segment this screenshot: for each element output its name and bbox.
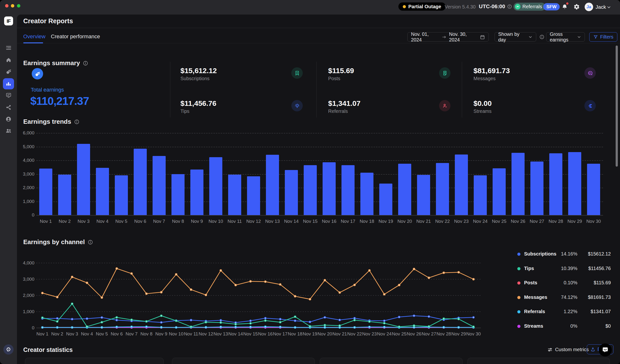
legend-row-subscriptions[interactable]: Subscriptions14.16%$15612.12 bbox=[516, 251, 611, 258]
bar-Nov 2[interactable] bbox=[58, 175, 71, 215]
bar-Nov 29[interactable] bbox=[568, 152, 581, 215]
people-icon bbox=[5, 128, 12, 134]
timezone-display[interactable]: UTC-06:00 bbox=[479, 3, 512, 10]
bar-Nov 9[interactable] bbox=[190, 169, 203, 215]
bar-Nov 20[interactable] bbox=[398, 164, 411, 215]
info-icon[interactable] bbox=[83, 61, 88, 66]
legend-row-referrals[interactable]: Referrals1.22%$1341.07 bbox=[516, 308, 611, 315]
bar-Nov 16[interactable] bbox=[323, 162, 336, 215]
sidebar-item-menu[interactable] bbox=[0, 43, 17, 53]
sfw-label: SFW bbox=[546, 4, 557, 9]
legend-row-posts[interactable]: Posts0.10%$115.69 bbox=[516, 279, 611, 286]
tab-creator-performance[interactable]: Creator performance bbox=[51, 33, 100, 40]
bar-Nov 1[interactable] bbox=[39, 168, 52, 215]
sidebar-item-fans[interactable] bbox=[0, 126, 17, 136]
settings-gear-icon[interactable] bbox=[574, 4, 580, 10]
bar-Nov 11[interactable] bbox=[228, 175, 241, 215]
creator-stat-card bbox=[467, 358, 610, 364]
bar-Nov 24[interactable] bbox=[474, 175, 487, 215]
sliders-icon bbox=[547, 347, 553, 352]
info-icon[interactable] bbox=[539, 34, 544, 40]
sidebar-item-comet[interactable] bbox=[0, 67, 17, 76]
notifications-bell-icon[interactable] bbox=[561, 4, 568, 10]
bar-Nov 15[interactable] bbox=[304, 165, 317, 215]
sidebar-item-account[interactable] bbox=[0, 114, 17, 124]
bar-Nov 19[interactable] bbox=[379, 183, 392, 215]
x-tick-label: Nov 14 bbox=[282, 219, 301, 224]
bar-Nov 17[interactable] bbox=[341, 165, 355, 215]
sidebar-item-reports-active[interactable] bbox=[3, 78, 14, 89]
group-by-select[interactable]: Shown by day bbox=[495, 32, 536, 42]
legend-dot-icon bbox=[517, 296, 520, 299]
bar-Nov 30[interactable] bbox=[587, 164, 600, 215]
sidebar: IF bbox=[0, 15, 17, 364]
share-network-icon bbox=[6, 104, 12, 110]
bar-Nov 28[interactable] bbox=[549, 153, 562, 215]
chat-widget-button[interactable] bbox=[599, 343, 612, 356]
bar-Nov 14[interactable] bbox=[285, 170, 298, 215]
date-range-picker[interactable]: Nov. 01, 2024 Nov. 30, 2024 bbox=[407, 32, 489, 42]
bar-Nov 8[interactable] bbox=[171, 174, 185, 215]
home-icon bbox=[6, 57, 12, 63]
app-logo[interactable]: IF bbox=[4, 16, 13, 25]
main-panel: Creator Reports Overview Creator perform… bbox=[17, 15, 620, 364]
date-start-value: Nov. 01, 2024 bbox=[411, 31, 439, 43]
summary-card-tips: $11,456.76 Tips bbox=[180, 99, 316, 128]
comet-icon bbox=[5, 68, 12, 75]
legend-row-streams[interactable]: Streams0%$0 bbox=[516, 323, 611, 330]
legend-value: $81691.73 bbox=[577, 294, 611, 300]
bar-Nov 13[interactable] bbox=[266, 155, 279, 215]
metric-select[interactable]: Gross earnings bbox=[546, 32, 585, 42]
bar-Nov 10[interactable] bbox=[209, 157, 222, 215]
legend-name: Posts bbox=[524, 280, 537, 286]
y-tick-label: 0 bbox=[20, 212, 34, 218]
support-chat-icon[interactable] bbox=[3, 344, 14, 355]
total-earnings-label: Total earnings bbox=[31, 87, 64, 93]
bar-Nov 4[interactable] bbox=[96, 168, 109, 215]
custom-metrics-button[interactable]: Custom metrics bbox=[547, 347, 589, 352]
legend-row-messages[interactable]: Messages74.12%$81691.73 bbox=[516, 294, 611, 301]
bar-Nov 3[interactable] bbox=[77, 144, 90, 215]
window-minimize-button[interactable] bbox=[11, 4, 14, 8]
x-tick-label: Nov 4 bbox=[81, 331, 93, 337]
bar-Nov 26[interactable] bbox=[512, 153, 525, 215]
person-star-icon bbox=[439, 100, 450, 111]
window-close-button[interactable] bbox=[5, 4, 8, 8]
bar-Nov 23[interactable] bbox=[455, 154, 468, 215]
legend-percent: 14.16% bbox=[548, 251, 577, 257]
sidebar-item-insights[interactable] bbox=[0, 90, 17, 100]
status-badge[interactable]: Partial Outage bbox=[398, 2, 446, 11]
user-avatar[interactable]: Ja bbox=[585, 3, 593, 11]
bar-Nov 6[interactable] bbox=[134, 149, 147, 215]
x-tick-label: Nov 26 bbox=[407, 331, 421, 337]
chat-bubble-icon bbox=[602, 346, 609, 354]
sfw-toggle[interactable]: SFW bbox=[543, 3, 560, 10]
app-window: Partial Outage Version 5.4.30 UTC-06:00 … bbox=[0, 0, 620, 364]
window-zoom-button[interactable] bbox=[17, 4, 20, 8]
info-icon[interactable] bbox=[88, 240, 93, 245]
bar-Nov 21[interactable] bbox=[417, 175, 430, 215]
summary-card-messages: $81,691.73 Messages bbox=[473, 67, 609, 96]
legend-row-tips[interactable]: Tips10.39%$11456.76 bbox=[516, 265, 611, 272]
legend-name: Messages bbox=[524, 294, 547, 300]
bar-Nov 27[interactable] bbox=[530, 162, 543, 215]
sidebar-item-share[interactable] bbox=[0, 103, 17, 112]
tab-overview[interactable]: Overview bbox=[23, 33, 46, 40]
legend-dot-icon bbox=[517, 325, 520, 328]
info-icon[interactable] bbox=[74, 119, 79, 124]
bar-Nov 12[interactable] bbox=[247, 176, 260, 215]
card-value: $81,691.73 bbox=[473, 67, 510, 75]
sidebar-item-home[interactable] bbox=[0, 55, 17, 65]
legend-name: Tips bbox=[524, 266, 534, 271]
bar-Nov 5[interactable] bbox=[115, 175, 128, 215]
filters-button[interactable]: Filters bbox=[589, 32, 617, 42]
creator-statistics-heading: Creator statistics bbox=[23, 346, 73, 353]
referrals-button[interactable]: Referrals bbox=[513, 3, 545, 11]
bar-Nov 22[interactable] bbox=[436, 163, 449, 215]
vertical-scrollbar[interactable] bbox=[616, 46, 618, 167]
bar-Nov 18[interactable] bbox=[360, 173, 373, 215]
referrals-label: Referrals bbox=[522, 4, 542, 9]
user-menu-chevron-icon[interactable] bbox=[606, 5, 611, 10]
bar-Nov 25[interactable] bbox=[493, 168, 506, 215]
bar-Nov 7[interactable] bbox=[153, 156, 166, 215]
